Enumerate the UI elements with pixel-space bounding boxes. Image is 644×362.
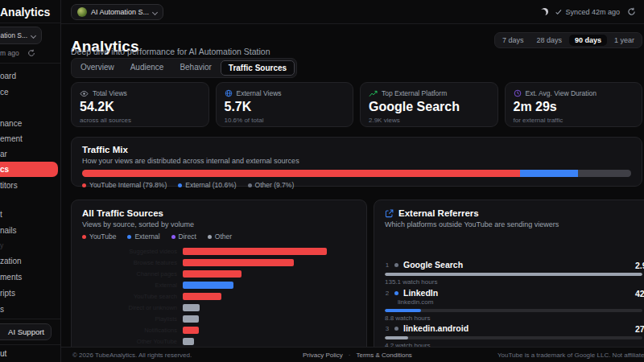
range-button-1-year[interactable]: 1 year — [609, 35, 640, 46]
sidebar-item-scripts[interactable]: ripts — [0, 286, 61, 300]
bar[interactable] — [183, 315, 199, 323]
legend-item: Other — [208, 232, 232, 241]
divider — [0, 63, 60, 64]
sidebar-item-zation[interactable]: zation — [0, 254, 61, 268]
bar-category-label: External — [82, 282, 183, 289]
divider — [0, 344, 60, 345]
globe-icon — [225, 89, 233, 97]
stat-label: Top External Platform — [382, 89, 447, 97]
footer: © 2026 TubeAnalytics. All rights reserve… — [61, 347, 644, 362]
terms-link[interactable]: Terms & Conditions — [356, 352, 411, 359]
sidebar-item-y[interactable]: y — [0, 239, 61, 253]
bar-plot — [183, 327, 356, 334]
referrer-name: LinkedIn — [403, 288, 438, 298]
date-range-selector: 7 days28 days90 days1 year — [494, 32, 642, 48]
footer-copyright: © 2026 TubeAnalytics. All rights reserve… — [72, 352, 192, 359]
sidebar-item-oard[interactable]: oard — [0, 69, 61, 83]
referrer-row-linkedin[interactable]: 2LinkedInlinkedin.com428.8 watch hours — [385, 288, 642, 322]
bar[interactable] — [183, 304, 200, 311]
sidebar-item-s[interactable]: s — [0, 302, 61, 316]
channel-selector[interactable]: AI Automation S... — [71, 4, 163, 20]
stats-row: Total Views 54.2K across all sources Ext… — [71, 82, 642, 127]
bar-category-label: Browse features — [82, 259, 183, 266]
sync-label: m ago — [0, 49, 19, 57]
stat-label: Total Views — [93, 89, 127, 97]
referrer-rank: 1 — [385, 261, 390, 269]
stat-subtext: 10.6% of total — [225, 117, 345, 124]
stat-card-total-views: Total Views 54.2K across all sources — [71, 82, 209, 127]
stat-value: 2m 29s — [514, 100, 634, 114]
ai-support-button[interactable]: AI Support — [0, 323, 52, 340]
traffic-mix-subtitle: How your views are distributed across in… — [82, 157, 631, 165]
legend-dot-icon — [248, 183, 252, 187]
range-button-90-days[interactable]: 90 days — [569, 35, 607, 46]
theme-toggle-moon-icon[interactable] — [541, 8, 548, 15]
sidebar-item-t[interactable]: t — [0, 208, 61, 221]
bar[interactable] — [183, 282, 233, 289]
sidebar-sync-status: m ago — [0, 49, 35, 57]
bar-row: Other YouTube — [82, 335, 356, 347]
bar-row: Browse features — [82, 257, 356, 268]
sidebar-item-nance[interactable]: nance — [0, 117, 61, 130]
sidebar-item-ar[interactable]: ar — [0, 147, 61, 161]
tab-audience[interactable]: Audience — [123, 60, 171, 76]
legend-dot-icon — [82, 235, 86, 239]
referrers-subtitle: Which platforms outside YouTube are send… — [385, 220, 641, 228]
footer-disclaimer: YouTube is a trademark of Google LLC. No… — [497, 352, 644, 359]
legend-item: YouTube Internal (79.8%) — [82, 181, 167, 189]
app-logo: Analytics — [0, 6, 50, 19]
bar-plot — [183, 304, 356, 311]
chevron-down-icon — [31, 32, 36, 38]
sidebar-item-ement[interactable]: ement — [0, 132, 61, 146]
topbar-actions: Synced 42m ago — [541, 0, 636, 23]
sidebar-item-analytics[interactable]: cs — [0, 162, 58, 177]
traffic-mix-card: Traffic Mix How your views are distribut… — [71, 137, 642, 187]
sidebar-item-competitors[interactable]: titors — [0, 179, 61, 192]
tab-traffic-sources[interactable]: Traffic Sources — [221, 60, 295, 76]
sidebar-item-thumbnails[interactable]: nails — [0, 224, 61, 237]
all-traffic-sources-card: All Traffic Sources Views by source, sor… — [71, 200, 367, 348]
range-button-28-days[interactable]: 28 days — [530, 35, 568, 46]
external-link-icon — [385, 209, 394, 218]
stat-subtext: 2.9K views — [369, 117, 489, 124]
referrer-name-line: 3linkedin.android — [385, 323, 642, 333]
referrer-row-linkedin-android[interactable]: 3linkedin.android274.2 watch hours — [385, 323, 642, 348]
sidebar-item-logout[interactable]: ut — [0, 349, 6, 358]
bar[interactable] — [183, 270, 242, 278]
bar[interactable] — [183, 338, 194, 345]
sidebar-item-ce[interactable]: ce — [0, 85, 61, 99]
tab-overview[interactable]: Overview — [73, 60, 122, 76]
trending-up-icon — [369, 90, 378, 97]
referrer-row-google-search[interactable]: 1Google Search2.9K135.1 watch hours — [385, 260, 642, 286]
tab-behavior[interactable]: Behavior — [172, 60, 218, 76]
bar-category-label: Notifications — [82, 327, 183, 334]
bar-plot — [183, 270, 356, 278]
bar[interactable] — [183, 293, 221, 300]
privacy-policy-link[interactable]: Privacy Policy — [303, 352, 343, 359]
bar[interactable] — [183, 259, 294, 266]
bar-row: Suggested videos — [82, 245, 356, 257]
traffic-mix-legend: YouTube Internal (79.8%)External (10.6%)… — [82, 181, 631, 189]
referrers-title: External Referrers — [398, 208, 479, 218]
legend-dot-icon — [178, 183, 182, 187]
refresh-icon[interactable] — [627, 7, 636, 16]
referrer-dot-icon — [394, 327, 398, 331]
eye-icon — [80, 90, 89, 97]
sidebar: Analytics mation S... m ago oardcenancee… — [0, 0, 61, 362]
analytics-tabs: OverviewAudienceBehaviorTraffic Sources — [71, 58, 297, 78]
sync-status: Synced 42m ago — [555, 8, 620, 16]
refresh-icon[interactable] — [27, 49, 35, 57]
bar[interactable] — [183, 248, 327, 255]
referrer-dot-icon — [394, 291, 398, 295]
bar-category-label: YouTube search — [82, 293, 183, 300]
range-button-7-days[interactable]: 7 days — [497, 35, 530, 46]
legend-label: External — [134, 232, 159, 241]
bar-category-label: Channel pages — [82, 270, 183, 278]
referrer-value: 27 — [635, 324, 644, 334]
sidebar-item-ments[interactable]: ments — [0, 270, 61, 284]
sources-title: All Traffic Sources — [82, 208, 356, 218]
stat-card-external-views: External Views 5.7K 10.6% of total — [216, 82, 354, 127]
sidebar-channel-selector[interactable]: mation S... — [0, 27, 42, 44]
ai-support-label: AI Support — [8, 327, 44, 336]
bar[interactable] — [183, 327, 199, 334]
